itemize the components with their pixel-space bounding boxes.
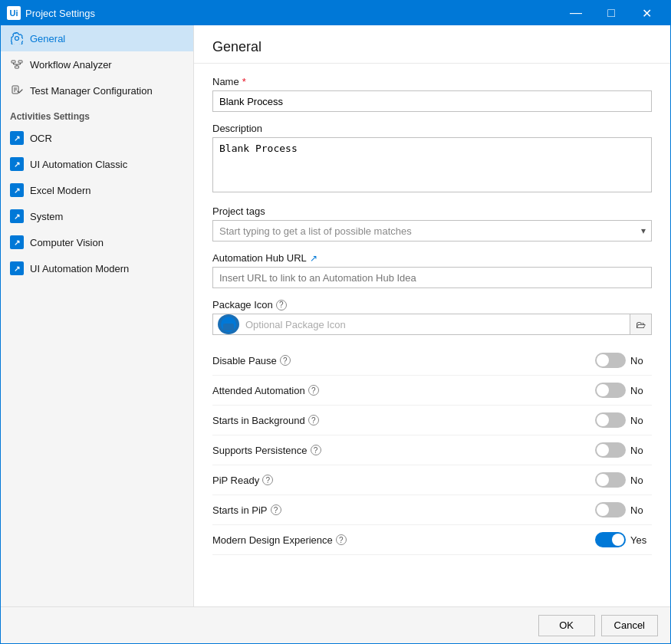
- sidebar-excel-label: Excel Modern: [30, 185, 90, 196]
- toggle-starts-in-background: Starts in Background ? No: [212, 406, 652, 435]
- name-label: Name *: [212, 76, 652, 87]
- required-star: *: [242, 76, 246, 87]
- sidebar-general-label: General: [30, 33, 65, 44]
- toggle-supports-persistence: Supports Persistence ? No: [212, 435, 652, 465]
- pip-ready-help: ?: [262, 475, 273, 485]
- sidebar-item-ui-automation-classic[interactable]: ↗ UI Automation Classic: [1, 151, 193, 177]
- project-tags-group: Project tags Start typing to get a list …: [212, 205, 652, 242]
- modern-design-experience-value: Yes: [630, 534, 652, 546]
- window-title: Project Settings: [25, 8, 558, 19]
- content-area: General Workflow Analyzer: [1, 25, 670, 606]
- testmgr-icon: [10, 84, 24, 97]
- starts-in-pip-label: Starts in PiP ?: [212, 504, 595, 516]
- computer-vision-icon: ↗: [10, 235, 24, 249]
- sidebar: General Workflow Analyzer: [1, 25, 194, 606]
- system-icon: ↗: [10, 209, 24, 223]
- package-icon-placeholder: Optional Package Icon: [244, 319, 630, 330]
- window-controls: — □ ✕: [558, 1, 664, 25]
- starts-in-background-label: Starts in Background ?: [212, 415, 595, 426]
- svg-rect-3: [15, 66, 19, 68]
- starts-in-background-value: No: [630, 415, 652, 426]
- package-icon-row: Optional Package Icon 🗁: [212, 314, 652, 335]
- main-content: General Name * Description Blank Process: [194, 25, 670, 606]
- modern-design-experience-label: Modern Design Experience ?: [212, 534, 595, 546]
- app-icon: Ui: [7, 6, 21, 20]
- sidebar-item-test-manager[interactable]: Test Manager Configuration: [1, 77, 193, 104]
- sidebar-item-ui-automation-modern[interactable]: ↗ UI Automation Modern: [1, 255, 193, 281]
- starts-in-pip-help: ?: [271, 504, 281, 515]
- sidebar-ui-classic-label: UI Automation Classic: [30, 159, 127, 170]
- browse-button[interactable]: 🗁: [630, 314, 651, 334]
- svg-rect-1: [12, 61, 15, 63]
- excel-modern-icon: ↗: [10, 183, 24, 197]
- title-bar: Ui Project Settings — □ ✕: [1, 1, 670, 25]
- project-tags-select[interactable]: Start typing to get a list of possible m…: [212, 220, 652, 242]
- sidebar-ui-modern-label: UI Automation Modern: [30, 263, 129, 274]
- supports-persistence-value: No: [630, 445, 652, 456]
- automation-hub-label: Automation Hub URL ↗: [212, 252, 652, 264]
- supports-persistence-label: Supports Persistence ?: [212, 445, 595, 456]
- supports-persistence-toggle[interactable]: [595, 442, 626, 458]
- description-textarea[interactable]: Blank Process: [212, 137, 652, 192]
- cancel-button[interactable]: Cancel: [601, 615, 658, 636]
- sidebar-item-general[interactable]: General: [1, 25, 193, 51]
- starts-in-background-toggle[interactable]: [595, 412, 626, 428]
- disable-pause-value: No: [630, 355, 652, 366]
- package-icon-group: Package Icon ? Optional Package Icon 🗁: [212, 299, 652, 335]
- package-icon-label: Package Icon ?: [212, 299, 652, 310]
- sidebar-item-system[interactable]: ↗ System: [1, 203, 193, 229]
- modern-design-experience-toggle[interactable]: [595, 532, 626, 547]
- toggle-pip-ready: PiP Ready ? No: [212, 465, 652, 495]
- svg-point-0: [15, 37, 19, 41]
- footer: OK Cancel: [1, 606, 670, 643]
- starts-in-pip-value: No: [630, 504, 652, 516]
- disable-pause-toggle[interactable]: [595, 353, 626, 368]
- disable-pause-help: ?: [280, 355, 291, 366]
- package-icon-circle: [221, 317, 236, 332]
- ok-button[interactable]: OK: [538, 615, 595, 636]
- attended-automation-value: No: [630, 385, 652, 396]
- supports-persistence-help: ?: [311, 445, 321, 455]
- pip-ready-toggle[interactable]: [595, 472, 626, 488]
- project-tags-select-wrapper: Start typing to get a list of possible m…: [212, 220, 652, 242]
- attended-automation-toggle[interactable]: [595, 383, 626, 398]
- disable-pause-label: Disable Pause ?: [212, 355, 595, 366]
- automation-hub-url-input[interactable]: [212, 267, 652, 288]
- svg-rect-2: [18, 61, 22, 63]
- sidebar-cv-label: Computer Vision: [30, 237, 104, 248]
- close-button[interactable]: ✕: [629, 1, 664, 25]
- sidebar-item-computer-vision[interactable]: ↗ Computer Vision: [1, 229, 193, 255]
- toggle-starts-in-pip: Starts in PiP ? No: [212, 495, 652, 525]
- project-tags-label: Project tags: [212, 205, 652, 217]
- workflow-icon: [10, 58, 24, 71]
- pip-ready-value: No: [630, 475, 652, 486]
- sidebar-system-label: System: [30, 211, 63, 222]
- name-group: Name *: [212, 76, 652, 112]
- sidebar-workflow-label: Workflow Analyzer: [30, 59, 112, 71]
- sidebar-ocr-label: OCR: [30, 133, 52, 144]
- form-area: Name * Description Blank Process Project…: [194, 64, 670, 606]
- toggles-section: Disable Pause ? No Attended Automation ?…: [212, 346, 652, 555]
- package-icon-preview: [218, 314, 239, 334]
- gear-icon: [10, 31, 24, 45]
- starts-in-pip-toggle[interactable]: [595, 502, 626, 518]
- sidebar-item-ocr[interactable]: ↗ OCR: [1, 125, 193, 151]
- sidebar-testmgr-label: Test Manager Configuration: [30, 85, 153, 97]
- toggle-attended-automation: Attended Automation ? No: [212, 376, 652, 406]
- modern-design-experience-help: ?: [336, 534, 347, 545]
- pip-ready-label: PiP Ready ?: [212, 475, 595, 486]
- name-input[interactable]: [212, 90, 652, 112]
- ui-automation-modern-icon: ↗: [10, 261, 24, 275]
- minimize-button[interactable]: —: [558, 1, 594, 25]
- ui-automation-classic-icon: ↗: [10, 157, 24, 171]
- description-label: Description: [212, 123, 652, 134]
- toggle-modern-design-experience: Modern Design Experience ? Yes: [212, 525, 652, 555]
- starts-in-background-help: ?: [308, 415, 319, 426]
- attended-automation-help: ?: [308, 385, 319, 396]
- attended-automation-label: Attended Automation ?: [212, 385, 595, 396]
- sidebar-item-excel-modern[interactable]: ↗ Excel Modern: [1, 177, 193, 203]
- toggle-disable-pause: Disable Pause ? No: [212, 346, 652, 376]
- sidebar-item-workflow-analyzer[interactable]: Workflow Analyzer: [1, 51, 193, 77]
- external-link-icon: ↗: [310, 253, 317, 264]
- maximize-button[interactable]: □: [594, 1, 629, 25]
